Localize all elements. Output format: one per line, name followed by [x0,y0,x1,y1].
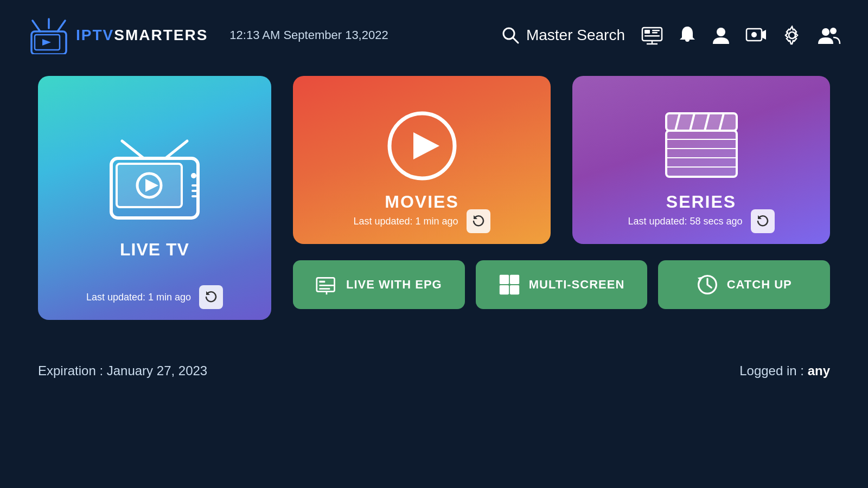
footer: Expiration : January 27, 2023 Logged in … [0,352,868,389]
svg-rect-9 [644,30,650,34]
header-icons [641,25,841,45]
svg-line-22 [122,141,144,158]
record-icon[interactable] [745,25,767,45]
live-epg-icon [316,274,337,296]
multi-screen-button[interactable]: MULTI-SCREEN [476,260,648,309]
svg-rect-55 [510,285,519,294]
series-footer: Last updated: 58 secs ago [572,209,830,233]
multi-screen-label: MULTI-SCREEN [529,278,625,292]
live-tv-icon [100,137,209,229]
main-content: LIVE TV Last updated: 1 min ago [0,70,868,352]
svg-line-0 [33,21,40,31]
series-icon [661,108,742,184]
logo-icon [27,16,71,54]
series-card[interactable]: SERIES Last updated: 58 secs ago [572,76,830,244]
epg-icon[interactable] [641,25,663,45]
series-updated: Last updated: 58 secs ago [628,216,742,227]
svg-rect-48 [319,281,325,283]
multi-user-icon[interactable] [817,25,841,45]
movies-card[interactable]: MOVIES Last updated: 1 min ago [293,76,551,244]
svg-rect-31 [192,195,197,197]
search-icon [501,26,520,44]
live-epg-label: LIVE WITH EPG [346,278,442,292]
svg-marker-5 [42,39,51,46]
cards-row: LIVE TV Last updated: 1 min ago [38,76,830,320]
svg-point-20 [822,28,829,36]
svg-rect-41 [666,131,737,177]
catch-up-label: CATCH UP [727,278,792,292]
series-refresh-button[interactable] [751,209,775,233]
live-tv-updated: Last updated: 1 min ago [86,292,191,303]
refresh-icon [204,290,218,304]
live-epg-button[interactable]: LIVE WITH EPG [293,260,465,309]
live-tv-card[interactable]: LIVE TV Last updated: 1 min ago [38,76,271,320]
logged-in-text: Logged in : any [739,363,830,378]
cards-right: MOVIES Last updated: 1 min ago [293,76,830,320]
catch-up-button[interactable]: CATCH UP [658,260,830,309]
bottom-buttons: LIVE WITH EPG MULTI-SCREEN [293,260,830,309]
svg-point-15 [717,28,725,36]
svg-point-21 [830,28,837,34]
live-tv-footer: Last updated: 1 min ago [38,285,271,309]
movies-updated: Last updated: 1 min ago [353,216,458,227]
bell-icon[interactable] [678,25,697,45]
live-tv-refresh-button[interactable] [199,285,223,309]
header: IPTVSMARTERS 12:13 AM September 13,2022 … [0,0,868,70]
svg-line-7 [513,37,518,43]
svg-marker-34 [413,132,439,159]
catch-up-icon [697,274,718,296]
search-label: Master Search [526,27,625,44]
svg-rect-50 [319,288,330,290]
svg-rect-53 [510,275,519,284]
svg-point-19 [789,32,795,38]
svg-rect-54 [500,285,509,294]
multi-screen-icon [499,274,520,296]
header-right: Master Search [501,25,841,45]
settings-icon[interactable] [782,25,802,45]
movies-refresh-button[interactable] [467,209,490,233]
logo-area: IPTVSMARTERS [27,16,208,54]
svg-line-23 [165,141,187,158]
logo-text: IPTVSMARTERS [76,27,208,44]
refresh-icon [756,214,770,228]
svg-rect-49 [319,285,334,286]
svg-rect-11 [652,30,660,31]
user-icon[interactable] [712,25,730,45]
logged-in-user: any [808,363,830,378]
movies-footer: Last updated: 1 min ago [293,209,551,233]
svg-rect-8 [642,28,662,41]
logged-in-prefix: Logged in : [739,363,807,378]
svg-rect-29 [192,184,197,187]
svg-rect-30 [192,190,197,192]
svg-point-18 [751,32,757,37]
svg-rect-52 [500,275,509,284]
master-search-button[interactable]: Master Search [501,26,625,44]
datetime: 12:13 AM September 13,2022 [229,28,388,42]
top-right-cards: MOVIES Last updated: 1 min ago [293,76,830,244]
movies-icon [384,108,460,184]
svg-point-28 [191,173,196,178]
live-tv-label: LIVE TV [120,240,189,260]
svg-rect-12 [652,32,658,34]
svg-rect-10 [644,35,660,37]
svg-line-2 [58,21,65,31]
expiry-text: Expiration : January 27, 2023 [38,363,207,378]
refresh-icon [471,214,486,228]
